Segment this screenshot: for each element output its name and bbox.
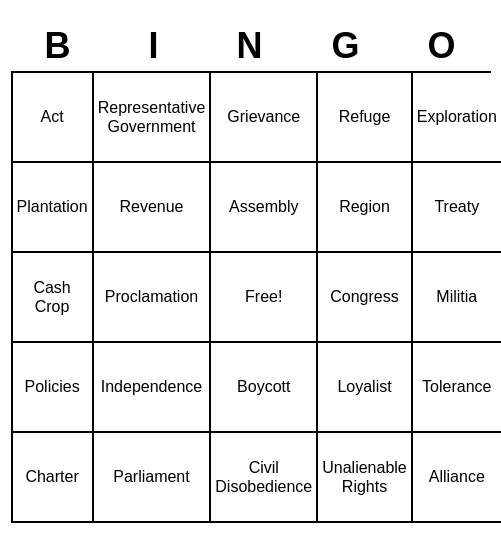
bingo-cell: Refuge: [318, 73, 413, 163]
bingo-cell: Loyalist: [318, 343, 413, 433]
header-letter: I: [107, 21, 203, 71]
bingo-cell: Congress: [318, 253, 413, 343]
bingo-cell: Parliament: [94, 433, 212, 523]
bingo-cell: Alliance: [413, 433, 501, 523]
cell-text: Congress: [330, 287, 398, 306]
bingo-cell: Revenue: [94, 163, 212, 253]
bingo-grid: ActRepresentative GovernmentGrievanceRef…: [11, 71, 491, 523]
bingo-cell: Cash Crop: [13, 253, 94, 343]
cell-text: Tolerance: [422, 377, 491, 396]
header-letter: G: [299, 21, 395, 71]
bingo-cell: Tolerance: [413, 343, 501, 433]
header-letter: O: [395, 21, 491, 71]
bingo-cell: Representative Government: [94, 73, 212, 163]
bingo-cell: Region: [318, 163, 413, 253]
cell-text: Alliance: [429, 467, 485, 486]
cell-text: Exploration: [417, 107, 497, 126]
cell-text: Refuge: [339, 107, 391, 126]
cell-text: Policies: [25, 377, 80, 396]
cell-text: Loyalist: [337, 377, 391, 396]
cell-text: Proclamation: [105, 287, 198, 306]
cell-text: Treaty: [434, 197, 479, 216]
cell-text: Civil Disobedience: [215, 458, 312, 496]
cell-text: Revenue: [119, 197, 183, 216]
bingo-card: BINGO ActRepresentative GovernmentGrieva…: [11, 21, 491, 523]
cell-text: Boycott: [237, 377, 290, 396]
bingo-cell: Assembly: [211, 163, 318, 253]
bingo-cell: Treaty: [413, 163, 501, 253]
cell-text: Independence: [101, 377, 202, 396]
cell-text: Assembly: [229, 197, 298, 216]
bingo-cell: Boycott: [211, 343, 318, 433]
cell-text: Region: [339, 197, 390, 216]
cell-text: Charter: [25, 467, 78, 486]
cell-text: Unalienable Rights: [322, 458, 407, 496]
bingo-cell: Militia: [413, 253, 501, 343]
cell-text: Plantation: [17, 197, 88, 216]
bingo-cell: Independence: [94, 343, 212, 433]
bingo-cell: Free!: [211, 253, 318, 343]
bingo-cell: Grievance: [211, 73, 318, 163]
cell-text: Representative Government: [98, 98, 206, 136]
bingo-cell: Unalienable Rights: [318, 433, 413, 523]
bingo-cell: Exploration: [413, 73, 501, 163]
cell-text: Free!: [245, 287, 282, 306]
bingo-cell: Charter: [13, 433, 94, 523]
bingo-cell: Act: [13, 73, 94, 163]
bingo-cell: Plantation: [13, 163, 94, 253]
cell-text: Grievance: [227, 107, 300, 126]
header-letter: B: [11, 21, 107, 71]
cell-text: Cash Crop: [17, 278, 88, 316]
bingo-cell: Civil Disobedience: [211, 433, 318, 523]
bingo-header: BINGO: [11, 21, 491, 71]
bingo-cell: Proclamation: [94, 253, 212, 343]
cell-text: Act: [41, 107, 64, 126]
bingo-cell: Policies: [13, 343, 94, 433]
header-letter: N: [203, 21, 299, 71]
cell-text: Parliament: [113, 467, 189, 486]
cell-text: Militia: [436, 287, 477, 306]
